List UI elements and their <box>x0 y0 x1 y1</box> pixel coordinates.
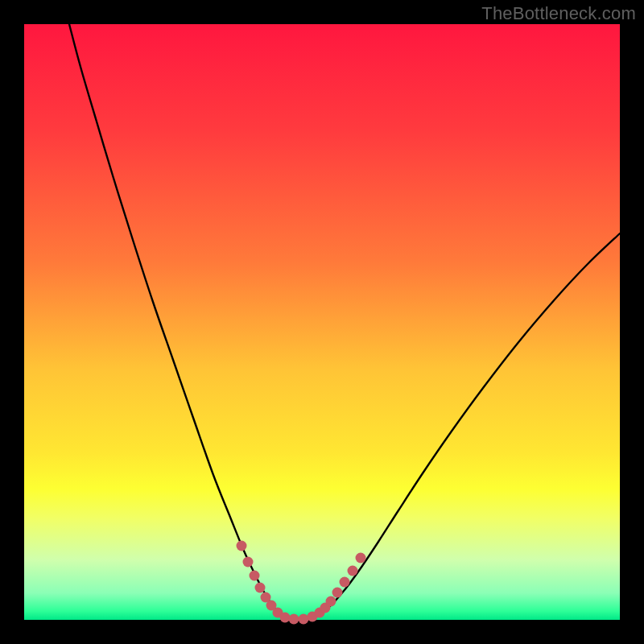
marker-dot <box>243 557 254 568</box>
marker-dot <box>280 613 291 623</box>
marker-dots <box>237 541 366 625</box>
marker-dot <box>289 614 299 625</box>
marker-dot <box>250 571 260 581</box>
marker-dot <box>332 588 343 598</box>
marker-dot <box>340 577 350 588</box>
bottleneck-curve <box>69 24 620 619</box>
marker-dot <box>237 541 247 551</box>
chart-frame: TheBottleneck.com <box>0 0 644 644</box>
marker-dot <box>299 614 309 625</box>
watermark-text: TheBottleneck.com <box>481 3 636 24</box>
curve-layer <box>24 24 620 620</box>
marker-dot <box>348 566 358 576</box>
plot-area <box>24 24 620 620</box>
marker-dot <box>356 553 366 564</box>
marker-dot <box>255 583 266 593</box>
marker-dot <box>326 597 336 607</box>
